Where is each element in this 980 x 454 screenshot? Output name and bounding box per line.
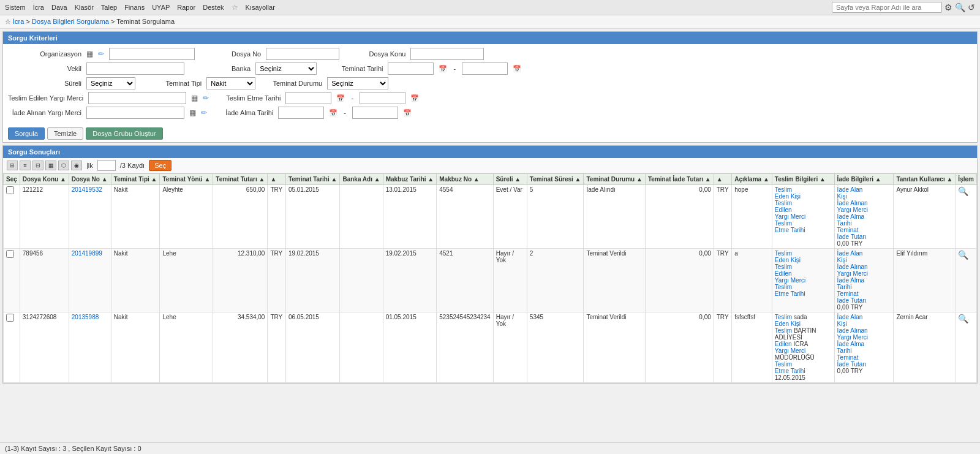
cell-dosya-konu: 3124272608 xyxy=(20,312,69,383)
dosya-grubu-button[interactable]: Dosya Grubu Oluştur xyxy=(86,127,162,140)
cal-icon-3[interactable]: 📅 xyxy=(336,94,345,102)
iade-alinan-input[interactable] xyxy=(86,107,184,119)
iade-alma-tarihi-start[interactable] xyxy=(278,107,324,119)
cell-islem[interactable]: 🔍 xyxy=(956,249,977,312)
th-para-birimi2[interactable]: ▲ xyxy=(714,174,731,185)
cell-islem[interactable]: 🔍 xyxy=(956,312,977,383)
page-input[interactable] xyxy=(97,160,116,171)
menu-item-sistem[interactable]: Sistem xyxy=(5,4,26,11)
dosya-konu-input[interactable] xyxy=(410,48,484,60)
toolbar-icon-3[interactable]: ⊟ xyxy=(32,161,43,170)
dosya-no-input[interactable] xyxy=(266,48,339,60)
cell-iade-bilgileri: İade AlanKişiİade AlınanYargı Merciİade … xyxy=(834,312,894,383)
breadcrumb-dosya[interactable]: Dosya Bilgileri Sorgulama xyxy=(32,18,109,25)
menu-item-talep[interactable]: Talep xyxy=(101,4,117,11)
search-input[interactable] xyxy=(832,2,942,13)
cell-teminat-iade-tutari: 0,00 xyxy=(645,185,714,249)
cell-aciklama: hope xyxy=(732,185,772,249)
sec-button[interactable]: Seç xyxy=(149,160,172,171)
table-icon[interactable]: ▦ xyxy=(86,50,93,58)
cal-icon-1[interactable]: 📅 xyxy=(439,65,447,73)
menu-item-dava[interactable]: Dava xyxy=(51,4,67,11)
menu-item-rapor[interactable]: Rapor xyxy=(177,4,195,11)
teslim-etme-tarihi-start[interactable] xyxy=(285,92,331,104)
toolbar-icon-6[interactable]: ◉ xyxy=(71,161,82,170)
table-icon-3[interactable]: ▦ xyxy=(189,108,196,117)
th-dosya-konu[interactable]: Dosya Konu ▲ xyxy=(20,174,69,185)
th-teminat-yonu[interactable]: Teminat Yönü ▲ xyxy=(160,174,213,185)
temizle-button[interactable]: Temizle xyxy=(47,127,83,140)
toolbar-icon-4[interactable]: ▦ xyxy=(45,161,56,170)
table-header: Seç Dosya Konu ▲ Dosya No ▲ Teminat Tipi… xyxy=(4,174,977,185)
th-teminat-tutari[interactable]: Teminat Tutarı ▲ xyxy=(213,174,268,185)
th-teslim-bilgileri[interactable]: Teslim Bilgileri ▲ xyxy=(772,174,834,185)
th-iade-bilgileri[interactable]: İade Bilgileri ▲ xyxy=(834,174,894,185)
cell-teminat-suresi: 5 xyxy=(527,185,584,249)
vekil-input[interactable]: Oğuzhan Kayaçal Hukuk xyxy=(86,62,184,75)
menu-item-uyap[interactable]: UYAP xyxy=(152,4,170,11)
label-teslim-edilen: Teslim Edilen Yargı Merci xyxy=(8,94,83,102)
th-para-birimi[interactable]: ▲ xyxy=(268,174,285,185)
th-sec: Seç xyxy=(4,174,20,185)
gear-icon[interactable]: ⚙ xyxy=(944,2,952,12)
cell-sec[interactable] xyxy=(4,312,20,383)
th-teminat-tarihi[interactable]: Teminat Tarihi ▲ xyxy=(285,174,340,185)
th-teminat-iade-tutari[interactable]: Teminat İade Tutarı ▲ xyxy=(645,174,714,185)
sorgula-button[interactable]: Sorgula xyxy=(8,127,45,140)
cell-islem[interactable]: 🔍 xyxy=(956,185,977,249)
th-makbuz-tarihi[interactable]: Makbuz Tarihi ▲ xyxy=(383,174,437,185)
cell-teminat-tutari: 12.310,00 xyxy=(213,249,268,312)
th-teminat-suresi[interactable]: Teminat Süresi ▲ xyxy=(527,174,584,185)
th-makbuz-no[interactable]: Makbuz No ▲ xyxy=(437,174,493,185)
th-tanitan-kullanici[interactable]: Tanıtan Kullanıcı ▲ xyxy=(894,174,956,185)
teminat-durumu-select[interactable]: Seçiniz xyxy=(327,77,388,89)
menu-item-kisayollar[interactable]: Kısayollar xyxy=(246,4,275,11)
teslim-etme-tarihi-end[interactable] xyxy=(360,92,405,104)
refresh-icon[interactable]: ↺ xyxy=(968,2,975,12)
breadcrumb-icra[interactable]: İcra xyxy=(13,18,24,25)
teminat-tarihi-end[interactable]: 06.05.2015 xyxy=(462,62,508,75)
menu-item-finans[interactable]: Finans xyxy=(124,4,145,11)
cell-sec[interactable] xyxy=(4,249,20,312)
th-aciklama[interactable]: Açıklama ▲ xyxy=(732,174,772,185)
cal-icon-4[interactable]: 📅 xyxy=(410,94,419,102)
menu-item-destek[interactable]: Destek xyxy=(203,4,224,11)
sureli-select[interactable]: Seçiniz xyxy=(86,77,135,89)
sorgu-kriterleri-section: Sorgu Kriterleri Organizasyon ▦ ✏ Dosya … xyxy=(2,31,978,143)
th-sureli[interactable]: Süreli ▲ xyxy=(493,174,527,185)
th-teminat-durumu[interactable]: Teminat Durumu ▲ xyxy=(584,174,645,185)
th-teminat-tipi[interactable]: Teminat Tipi ▲ xyxy=(111,174,160,185)
search-icon[interactable]: 🔍 xyxy=(955,2,965,12)
cell-teminat-suresi: 5345 xyxy=(527,312,584,383)
th-banka-adi[interactable]: Banka Adı ▲ xyxy=(340,174,383,185)
organizasyon-input[interactable] xyxy=(109,48,195,60)
banka-select[interactable]: Seçiniz xyxy=(255,62,317,75)
toolbar-icon-2[interactable]: ≡ xyxy=(20,161,31,170)
cell-tanitan-kullanici: Zernin Acar xyxy=(894,312,956,383)
breadcrumb-star[interactable]: ☆ xyxy=(5,18,11,25)
th-dosya-no[interactable]: Dosya No ▲ xyxy=(69,174,111,185)
teminat-tarihi-start[interactable]: 05.01.2015 xyxy=(388,62,434,75)
cell-dosya-no: 201419899 xyxy=(69,249,111,312)
form-row-2: Vekil Oğuzhan Kayaçal Hukuk Banka Seçini… xyxy=(8,62,972,75)
cell-teminat-yonu: Lehe xyxy=(160,312,213,383)
label-vekil: Vekil xyxy=(8,65,81,72)
toolbar-icon-1[interactable]: ⊞ xyxy=(7,161,18,170)
iade-alma-tarihi-end[interactable] xyxy=(352,107,398,119)
cal-icon-5[interactable]: 📅 xyxy=(329,109,337,117)
toolbar-icon-5[interactable]: ⬡ xyxy=(58,161,69,170)
edit-icon-2[interactable]: ✏ xyxy=(203,94,209,102)
menu-item-icra[interactable]: İcra xyxy=(33,4,44,11)
menu-item-klasor[interactable]: Klasör xyxy=(75,4,94,11)
cal-icon-2[interactable]: 📅 xyxy=(513,65,521,73)
teslim-edilen-input[interactable] xyxy=(88,92,186,104)
kayit-sayisi: /3 Kaydı xyxy=(120,162,145,169)
edit-icon[interactable]: ✏ xyxy=(98,50,104,58)
cell-sec[interactable] xyxy=(4,185,20,249)
table-icon-2[interactable]: ▦ xyxy=(191,94,198,102)
teminat-tipi-select[interactable]: Nakit xyxy=(206,77,255,89)
label-teminat-tarihi: Teminat Tarihi xyxy=(334,65,383,72)
cal-icon-6[interactable]: 📅 xyxy=(403,109,412,117)
edit-icon-3[interactable]: ✏ xyxy=(201,108,207,117)
label-iade-alinan: İade Alınan Yargı Merci xyxy=(8,109,81,116)
